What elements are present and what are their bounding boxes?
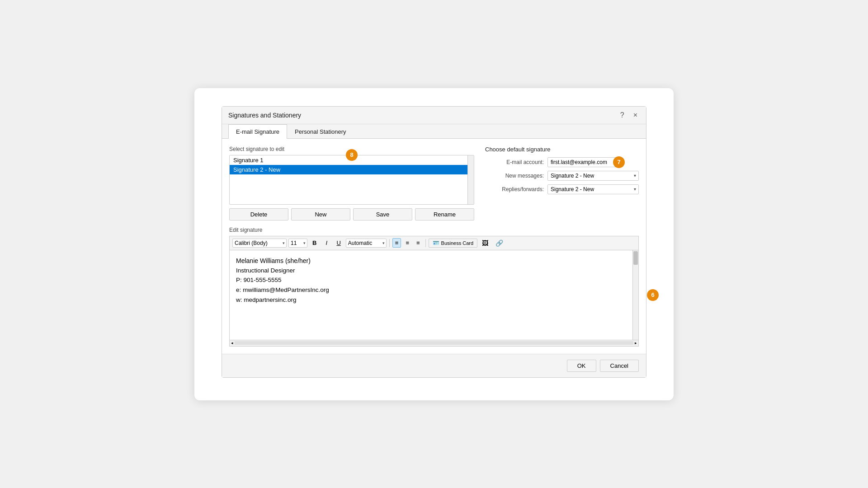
tab-personal-stationery[interactable]: Personal Stationery [287, 124, 354, 139]
business-card-button[interactable]: 🪪 Business Card [429, 239, 478, 248]
align-right-button[interactable]: ≡ [414, 238, 423, 248]
tab-bar: E-mail Signature Personal Stationery [222, 124, 646, 139]
tab-content: Select signature to edit 8 Signature 1 S… [222, 139, 646, 354]
new-button[interactable]: New [291, 208, 350, 221]
underline-button[interactable]: U [333, 238, 344, 248]
replies-forwards-select-wrapper: Signature 2 - New ▾ [547, 184, 639, 194]
font-select-wrap: Calibri (Body) ▾ [232, 239, 287, 248]
email-account-label: E-mail account: [485, 159, 544, 165]
badge-7: 7 [613, 156, 625, 168]
email-account-select[interactable]: first.last@example.com [547, 157, 618, 167]
default-sig-title: Choose default signature [485, 146, 639, 153]
dialog-title: Signatures and Stationery [228, 112, 301, 119]
font-select[interactable]: Calibri (Body) [232, 239, 287, 248]
dialog-titlebar: Signatures and Stationery ? × [222, 107, 646, 124]
sig-list-wrapper: 8 Signature 1 Signature 2 - New [229, 155, 474, 205]
toolbar-divider-1 [389, 239, 390, 247]
sig-line-1: Melanie Williams (she/her) [236, 256, 626, 266]
sig-line-2: Instructional Designer [236, 266, 626, 276]
badge-8: 8 [346, 149, 358, 161]
new-messages-select-wrapper: Signature 2 - New ▾ [547, 171, 639, 181]
tab-email-signature[interactable]: E-mail Signature [228, 124, 287, 139]
hyperlink-button[interactable]: 🔗 [493, 238, 506, 248]
email-account-input: first.last@example.com ▾ 7 [547, 157, 639, 167]
sig-line-4: e: mwilliams@MedPartnersInc.org [236, 285, 626, 295]
align-left-button[interactable]: ≡ [392, 238, 401, 248]
color-select-wrap: Automatic ▾ [346, 239, 387, 248]
badge-6: 6 [647, 289, 659, 301]
help-button[interactable]: ? [618, 110, 627, 120]
sig-editor-wrapper: Melanie Williams (she/her) Instructional… [229, 250, 639, 340]
sig-editor-scrollbar[interactable] [632, 250, 639, 340]
edit-sig-label: Edit signature [229, 227, 639, 233]
sig-list-item-2[interactable]: Signature 2 - New [230, 165, 474, 174]
sig-editor-scrollbar-thumb [633, 251, 638, 265]
sig-actions: Delete New Save Rename [229, 208, 474, 221]
right-column: Choose default signature E-mail account:… [485, 146, 639, 221]
new-messages-select[interactable]: Signature 2 - New [547, 171, 639, 181]
italic-button[interactable]: I [321, 238, 331, 248]
replies-forwards-row: Replies/forwards: Signature 2 - New ▾ [485, 184, 639, 194]
insert-image-button[interactable]: 🖼 [479, 238, 491, 248]
sig-line-5: w: medpartnersinc.org [236, 295, 626, 305]
badge-7-wrap: first.last@example.com ▾ 7 [547, 157, 618, 167]
save-button[interactable]: Save [353, 208, 412, 221]
new-messages-input: Signature 2 - New ▾ [547, 171, 639, 181]
email-account-select-wrapper: first.last@example.com ▾ [547, 157, 618, 167]
rename-button[interactable]: Rename [415, 208, 474, 221]
edit-sig-section: Edit signature Calibri (Body) ▾ 11 ▾ [229, 227, 639, 347]
scroll-right-btn[interactable]: ▸ [633, 341, 638, 345]
sig-list-scrollbar[interactable] [467, 155, 474, 204]
replies-forwards-label: Replies/forwards: [485, 186, 544, 192]
align-center-button[interactable]: ≡ [403, 238, 412, 248]
email-account-row: E-mail account: first.last@example.com ▾… [485, 157, 639, 167]
cancel-button[interactable]: Cancel [600, 360, 639, 372]
two-col-layout: Select signature to edit 8 Signature 1 S… [229, 146, 639, 221]
titlebar-buttons: ? × [618, 110, 640, 120]
font-size-select-wrap: 11 ▾ [288, 239, 307, 248]
new-messages-row: New messages: Signature 2 - New ▾ [485, 171, 639, 181]
new-messages-label: New messages: [485, 173, 544, 179]
toolbar-divider-2 [425, 239, 426, 247]
bold-button[interactable]: B [309, 238, 320, 248]
replies-forwards-select[interactable]: Signature 2 - New [547, 184, 639, 194]
left-column: Select signature to edit 8 Signature 1 S… [229, 146, 474, 221]
font-size-select[interactable]: 11 [288, 239, 307, 248]
ok-button[interactable]: OK [567, 360, 596, 372]
color-select[interactable]: Automatic [346, 239, 387, 248]
sig-list-container[interactable]: Signature 1 Signature 2 - New [229, 155, 474, 205]
toolbar: Calibri (Body) ▾ 11 ▾ B I U [229, 236, 639, 250]
bottom-scrollbar[interactable]: ◂ ▸ [229, 340, 639, 347]
sig-editor[interactable]: Melanie Williams (she/her) Instructional… [229, 250, 632, 340]
delete-button[interactable]: Delete [229, 208, 288, 221]
close-button[interactable]: × [631, 110, 640, 120]
scroll-track [235, 341, 633, 345]
dialog-footer: OK Cancel [222, 354, 646, 377]
replies-forwards-input: Signature 2 - New ▾ [547, 184, 639, 194]
sig-line-3: P: 901-555-5555 [236, 275, 626, 285]
scroll-left-btn[interactable]: ◂ [230, 341, 235, 345]
